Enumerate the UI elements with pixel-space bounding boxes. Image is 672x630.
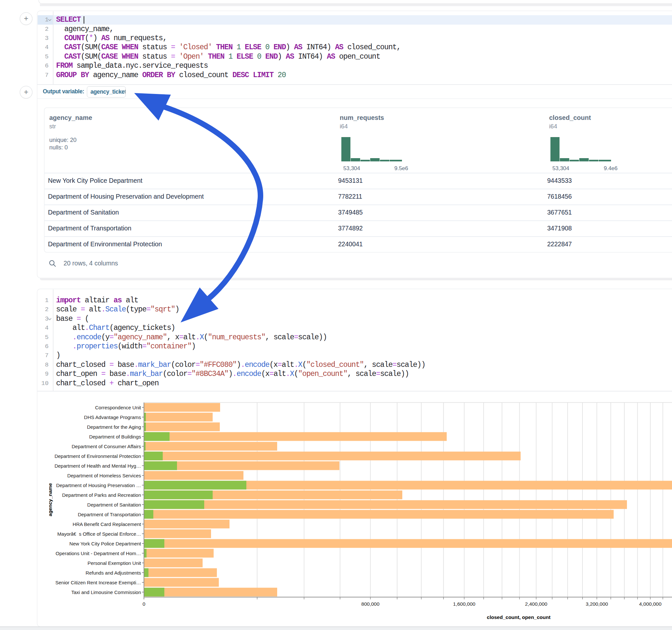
svg-text:800,000: 800,000 bbox=[361, 601, 380, 607]
svg-text:Department of Housing Preserva: Department of Housing Preservation … bbox=[56, 483, 141, 488]
svg-text:Department of Homeless Service: Department of Homeless Services bbox=[67, 473, 141, 478]
svg-text:Taxi and Limousine Commission: Taxi and Limousine Commission bbox=[71, 589, 141, 595]
svg-text:New York City Police Departmen: New York City Police Department bbox=[69, 541, 141, 547]
svg-text:Department of Transportation: Department of Transportation bbox=[78, 512, 141, 517]
svg-text:DHS Advantage Programs: DHS Advantage Programs bbox=[84, 414, 141, 420]
svg-text:closed_count, open_count: closed_count, open_count bbox=[487, 614, 550, 620]
svg-text:Correspondence Unit: Correspondence Unit bbox=[95, 405, 141, 410]
svg-text:1,600,000: 1,600,000 bbox=[453, 601, 476, 607]
svg-text:Personal Exemption Unit: Personal Exemption Unit bbox=[88, 560, 141, 566]
svg-text:Department of Health and Menta: Department of Health and Mental Hyg… bbox=[54, 463, 141, 468]
svg-text:2,400,000: 2,400,000 bbox=[525, 601, 548, 607]
svg-text:Department of Sanitation: Department of Sanitation bbox=[87, 502, 141, 508]
svg-text:Refunds and Adjustments: Refunds and Adjustments bbox=[86, 570, 141, 576]
svg-text:Senior Citizen Rent Increase E: Senior Citizen Rent Increase Exempti… bbox=[55, 580, 141, 585]
svg-text:agency_name: agency_name bbox=[47, 483, 53, 516]
svg-text:Department for the Aging: Department for the Aging bbox=[87, 424, 141, 430]
svg-text:0: 0 bbox=[143, 601, 146, 607]
svg-text:Mayorâ€ s Office of Special E: Mayorâ€ s Office of Special Enforce… bbox=[57, 531, 141, 537]
svg-text:Department of Parks and Recrea: Department of Parks and Recreation bbox=[62, 492, 141, 498]
svg-text:3,200,000: 3,200,000 bbox=[586, 601, 608, 607]
svg-text:Department of Buildings: Department of Buildings bbox=[89, 434, 141, 439]
svg-text:Operations Unit - Department o: Operations Unit - Department of Hom… bbox=[56, 551, 141, 556]
svg-text:HRA Benefit Card Replacement: HRA Benefit Card Replacement bbox=[73, 522, 141, 527]
svg-text:Department of Environmental Pr: Department of Environmental Protection bbox=[54, 453, 141, 459]
svg-text:4,000,000: 4,000,000 bbox=[639, 601, 662, 607]
svg-text:Department of Consumer Affairs: Department of Consumer Affairs bbox=[72, 444, 141, 449]
